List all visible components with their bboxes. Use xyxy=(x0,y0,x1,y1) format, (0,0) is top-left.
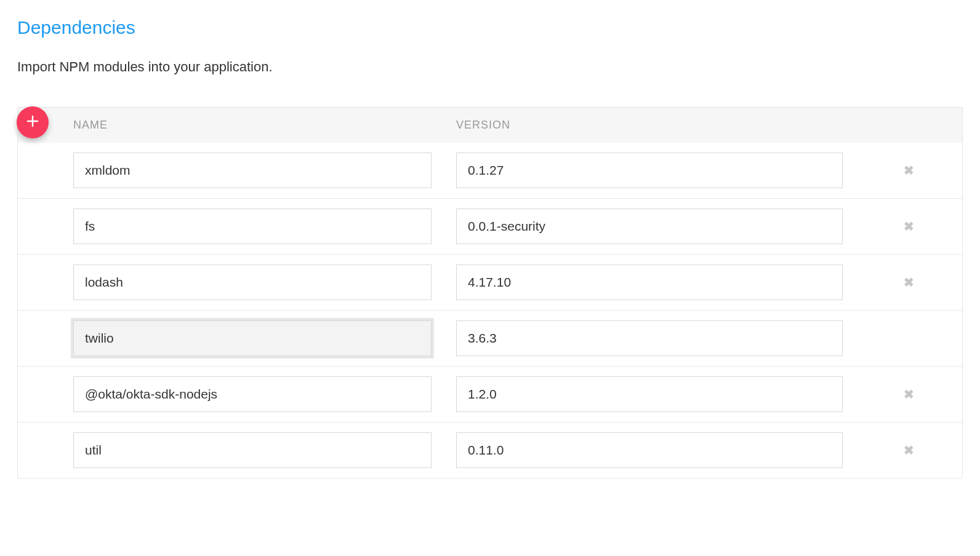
dependency-name-input[interactable] xyxy=(73,264,432,300)
close-icon[interactable]: ✖ xyxy=(904,443,914,458)
page-title: Dependencies xyxy=(17,17,963,38)
dependency-name-input[interactable] xyxy=(73,320,432,356)
dependency-version-input[interactable] xyxy=(456,320,843,356)
table-row: ✖ xyxy=(18,255,962,311)
close-icon[interactable]: ✖ xyxy=(904,275,914,290)
column-header-version: VERSION xyxy=(456,119,962,132)
dependency-version-input[interactable] xyxy=(456,264,843,300)
dependencies-table: NAME VERSION ✖✖✖✖✖✖ xyxy=(17,107,963,479)
plus-icon xyxy=(25,114,40,131)
add-dependency-button[interactable] xyxy=(17,106,49,138)
table-row: ✖ xyxy=(18,367,962,423)
dependency-version-input[interactable] xyxy=(456,376,843,412)
column-header-name: NAME xyxy=(18,119,456,132)
table-row: ✖ xyxy=(18,423,962,479)
dependency-name-input[interactable] xyxy=(73,208,432,244)
dependency-version-input[interactable] xyxy=(456,432,843,468)
dependency-version-input[interactable] xyxy=(456,208,843,244)
dependency-name-input[interactable] xyxy=(73,432,432,468)
table-row: ✖ xyxy=(18,143,962,199)
table-row: ✖ xyxy=(18,311,962,367)
table-header-row: NAME VERSION xyxy=(18,108,962,143)
dependency-name-input[interactable] xyxy=(73,376,432,412)
dependency-version-input[interactable] xyxy=(456,153,843,188)
dependency-name-input[interactable] xyxy=(73,153,432,188)
table-row: ✖ xyxy=(18,199,962,255)
close-icon[interactable]: ✖ xyxy=(904,163,914,178)
page-subtitle: Import NPM modules into your application… xyxy=(17,59,963,75)
close-icon[interactable]: ✖ xyxy=(904,387,914,402)
close-icon[interactable]: ✖ xyxy=(904,219,914,234)
